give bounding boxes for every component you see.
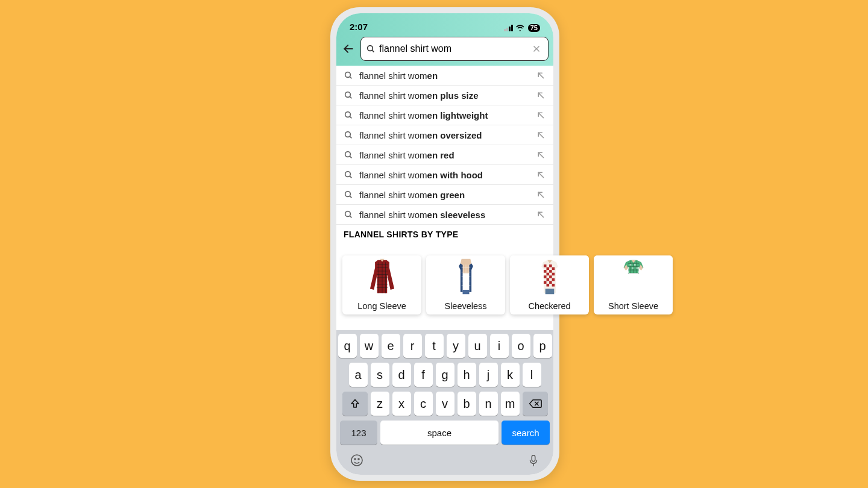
insert-arrow-icon[interactable]: [535, 130, 546, 140]
suggestion-text: flannel shirt women plus size: [359, 90, 529, 101]
status-time: 2:07: [350, 22, 368, 32]
key-i[interactable]: i: [490, 334, 509, 358]
back-button[interactable]: [341, 42, 356, 56]
insert-arrow-icon[interactable]: [535, 189, 546, 200]
clear-search-button[interactable]: [530, 42, 543, 55]
keyboard-row-2: a s d f g h j k l: [339, 363, 551, 387]
card-image: [426, 255, 505, 299]
svg-point-1: [368, 46, 373, 51]
suggestion-row[interactable]: flannel shirt women lightweight: [336, 105, 553, 125]
long-sleeve-shirt-icon: [365, 258, 399, 296]
insert-arrow-icon[interactable]: [535, 209, 546, 220]
key-s[interactable]: s: [371, 363, 389, 387]
svg-rect-61: [546, 273, 549, 276]
suggestion-row[interactable]: flannel shirt women red: [336, 145, 553, 165]
card-label: Short Sleeve: [594, 299, 673, 314]
key-j[interactable]: j: [479, 363, 498, 387]
key-l[interactable]: l: [523, 363, 541, 387]
insert-arrow-icon[interactable]: [535, 70, 546, 81]
key-p[interactable]: p: [533, 334, 552, 358]
backspace-icon: [529, 398, 542, 409]
suggestion-row[interactable]: flannel shirt women green: [336, 185, 553, 205]
svg-line-13: [538, 113, 543, 117]
key-shift[interactable]: [342, 392, 368, 416]
svg-rect-55: [543, 264, 546, 267]
key-z[interactable]: z: [371, 392, 389, 416]
search-suggestions: flannel shirt women flannel shirt women …: [336, 66, 553, 225]
insert-arrow-icon[interactable]: [535, 169, 546, 180]
svg-line-12: [350, 116, 351, 118]
suggestion-row[interactable]: flannel shirt women sleeveless: [336, 205, 553, 225]
key-k[interactable]: k: [501, 363, 520, 387]
search-icon: [344, 110, 353, 120]
key-v[interactable]: v: [436, 392, 454, 416]
key-backspace[interactable]: [523, 392, 548, 416]
wifi-icon: [516, 25, 525, 31]
key-q[interactable]: q: [338, 334, 357, 358]
svg-rect-69: [546, 284, 549, 287]
type-card-sleeveless[interactable]: Sleeveless: [426, 255, 505, 314]
key-a[interactable]: a: [349, 363, 368, 387]
type-card-checkered[interactable]: Checkered: [510, 255, 589, 314]
key-h[interactable]: h: [458, 363, 476, 387]
key-c[interactable]: c: [414, 392, 433, 416]
insert-arrow-icon[interactable]: [535, 110, 546, 120]
key-d[interactable]: d: [392, 363, 411, 387]
battery-indicator: 75: [528, 24, 540, 32]
svg-rect-56: [549, 264, 552, 267]
insert-arrow-icon[interactable]: [535, 149, 546, 160]
search-input-container[interactable]: [360, 37, 549, 61]
search-icon: [344, 170, 353, 180]
svg-point-31: [351, 455, 362, 466]
keyboard-row-4: 123 space search: [339, 421, 551, 445]
svg-line-9: [350, 96, 351, 98]
suggestion-row[interactable]: flannel shirt women oversized: [336, 125, 553, 145]
svg-rect-68: [549, 281, 552, 284]
search-icon: [366, 44, 376, 54]
key-e[interactable]: e: [382, 334, 400, 358]
key-t[interactable]: t: [425, 334, 444, 358]
key-o[interactable]: o: [512, 334, 530, 358]
key-b[interactable]: b: [458, 392, 476, 416]
suggestion-row[interactable]: flannel shirt women: [336, 66, 553, 86]
key-m[interactable]: m: [501, 392, 520, 416]
search-input[interactable]: [379, 43, 526, 54]
svg-rect-34: [532, 455, 535, 461]
key-y[interactable]: y: [447, 334, 465, 358]
suggestion-text: flannel shirt women with hood: [359, 170, 529, 180]
key-r[interactable]: r: [403, 334, 422, 358]
svg-rect-60: [549, 270, 552, 273]
keyboard: q w e r t y u i o p a s d f g h j k l: [336, 330, 553, 475]
suggestion-text: flannel shirt women green: [359, 190, 529, 200]
keyboard-bottom-row: [339, 449, 551, 471]
suggestion-row[interactable]: flannel shirt women with hood: [336, 165, 553, 185]
key-u[interactable]: u: [468, 334, 487, 358]
key-n[interactable]: n: [479, 392, 498, 416]
svg-point-17: [345, 152, 351, 157]
key-space[interactable]: space: [380, 421, 498, 445]
key-f[interactable]: f: [414, 363, 433, 387]
search-icon: [344, 210, 353, 219]
phone-screen: 2:07 75: [336, 13, 553, 475]
type-card-long-sleeve[interactable]: Long Sleeve: [342, 255, 421, 314]
key-search[interactable]: search: [502, 421, 550, 445]
card-label: Checkered: [510, 299, 589, 314]
svg-rect-63: [543, 275, 546, 278]
mic-icon[interactable]: [527, 453, 540, 468]
key-w[interactable]: w: [360, 334, 379, 358]
types-header: FLANNEL SHIRTS BY TYPE: [336, 225, 553, 242]
key-x[interactable]: x: [392, 392, 411, 416]
search-icon: [344, 150, 353, 160]
close-icon: [532, 45, 541, 53]
svg-rect-67: [543, 281, 546, 284]
insert-arrow-icon[interactable]: [535, 90, 546, 101]
card-image: [510, 255, 589, 299]
svg-line-2: [372, 50, 374, 52]
suggestion-row[interactable]: flannel shirt women plus size: [336, 86, 553, 105]
emoji-icon[interactable]: [350, 453, 364, 468]
svg-rect-57: [546, 267, 549, 271]
svg-line-15: [350, 136, 351, 138]
type-card-short-sleeve[interactable]: Short Sleeve: [594, 255, 673, 314]
key-123[interactable]: 123: [340, 421, 377, 445]
key-g[interactable]: g: [436, 363, 454, 387]
